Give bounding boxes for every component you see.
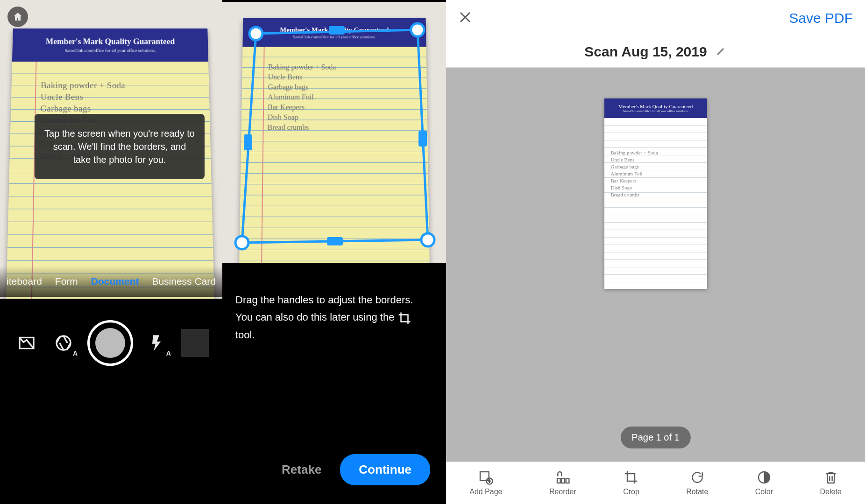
tool-label: Add Page [469, 488, 502, 496]
tab-business-card[interactable]: Business Card [152, 276, 216, 287]
svg-rect-15 [557, 479, 560, 483]
notepad-header-title: Member's Mark Quality Guaranteed [13, 37, 208, 47]
notepad-header-title: Member's Mark Quality Guaranteed [618, 104, 693, 109]
handwritten-list: Baking powder + Soda Uncle Bens Garbage … [267, 62, 336, 133]
tab-whiteboard[interactable]: iteboard [7, 276, 42, 287]
crop-screen: Member's Mark Quality Guaranteed SamsClu… [222, 0, 446, 504]
scan-tooltip: Tap the screen when you're ready to scan… [35, 114, 205, 179]
notepad-header-sub: SamsClub.com/office for all your office … [243, 35, 426, 39]
trash-icon [823, 470, 838, 485]
last-scan-thumbnail[interactable] [181, 329, 209, 357]
retake-button[interactable]: Retake [282, 462, 321, 477]
camera-toolbar: A A [0, 299, 222, 387]
pencil-icon [716, 45, 727, 56]
notepad-header: Member's Mark Quality Guaranteed SamsClu… [242, 18, 426, 47]
crop-icon [624, 470, 638, 485]
crop-icon [397, 311, 411, 325]
close-icon [458, 10, 472, 24]
add-page-button[interactable]: Add Page [469, 470, 502, 496]
crop-buttons: Retake Continue [222, 454, 446, 485]
review-screen: Save PDF Scan Aug 15, 2019 Member's Mark… [446, 0, 865, 504]
notepad-header-title: Member's Mark Quality Guaranteed [243, 26, 426, 34]
aperture-icon [54, 334, 73, 352]
flash-auto-label: A [166, 350, 171, 357]
crop-preview[interactable]: Member's Mark Quality Guaranteed SamsClu… [222, 2, 446, 263]
scan-title-row: Scan Aug 15, 2019 [446, 36, 865, 68]
gallery-icon [17, 334, 36, 352]
tab-form[interactable]: Form [55, 276, 78, 287]
continue-button[interactable]: Continue [340, 454, 430, 485]
rotate-icon [690, 470, 705, 485]
tab-document[interactable]: Document [91, 276, 139, 287]
page-indicator: Page 1 of 1 [620, 427, 690, 448]
close-button[interactable] [458, 10, 472, 26]
home-button[interactable] [7, 7, 28, 27]
crop-button[interactable]: Crop [623, 470, 639, 496]
gallery-button[interactable] [14, 330, 40, 356]
tool-label: Reorder [549, 488, 576, 496]
rename-button[interactable] [716, 44, 727, 60]
delete-button[interactable]: Delete [820, 470, 841, 496]
review-header: Save PDF [446, 0, 865, 36]
notepad-header-sub: SamsClub.com/office for all your office … [12, 48, 208, 53]
notepad-header: Member's Mark Quality Guaranteed SamsClu… [604, 98, 707, 118]
camera-screen: Member's Mark Quality Guaranteed SamsClu… [0, 0, 222, 504]
tool-label: Rotate [686, 488, 708, 496]
home-icon [12, 11, 23, 22]
tool-label: Color [755, 488, 773, 496]
shutter-inner [95, 328, 125, 358]
scanned-page[interactable]: Member's Mark Quality Guaranteed SamsClu… [604, 98, 707, 289]
svg-rect-16 [561, 479, 565, 483]
scan-type-tabs: iteboard Form Document Business Card [0, 266, 222, 297]
reorder-button[interactable]: Reorder [549, 470, 576, 496]
shutter-button[interactable] [87, 320, 133, 366]
page-canvas[interactable]: Member's Mark Quality Guaranteed SamsClu… [446, 68, 865, 462]
auto-capture-button[interactable]: A [50, 330, 77, 356]
notepad-header-sub: SamsClub.com/office for all your office … [623, 109, 688, 113]
svg-rect-17 [566, 479, 569, 483]
notepad-body: Baking powder + Soda Uncle Bens Garbage … [604, 118, 707, 289]
notepad-document: Member's Mark Quality Guaranteed SamsClu… [239, 18, 430, 263]
crop-instruction: Drag the handles to adjust the borders. … [222, 263, 446, 343]
add-page-icon [478, 470, 493, 485]
color-button[interactable]: Color [755, 470, 773, 496]
rotate-button[interactable]: Rotate [686, 470, 708, 496]
notepad-header: Member's Mark Quality Guaranteed SamsClu… [12, 28, 208, 62]
scan-title: Scan Aug 15, 2019 [584, 44, 707, 60]
reorder-icon [555, 470, 570, 485]
tool-label: Crop [623, 488, 639, 496]
flash-button[interactable]: A [144, 330, 170, 356]
crop-instruction-pre: Drag the handles to adjust the borders. … [235, 294, 413, 323]
flash-icon [148, 334, 166, 352]
camera-viewfinder[interactable]: Member's Mark Quality Guaranteed SamsClu… [0, 0, 222, 299]
crop-instruction-post: tool. [235, 329, 255, 341]
review-toolbar: Add Page Reorder Crop Rotate Color Delet… [446, 462, 865, 504]
handwritten-list: Baking powder + Soda Uncle Bens Garbage … [611, 149, 658, 198]
auto-label: A [73, 350, 78, 357]
tool-label: Delete [820, 488, 841, 496]
color-icon [757, 470, 772, 485]
save-pdf-button[interactable]: Save PDF [789, 10, 853, 26]
